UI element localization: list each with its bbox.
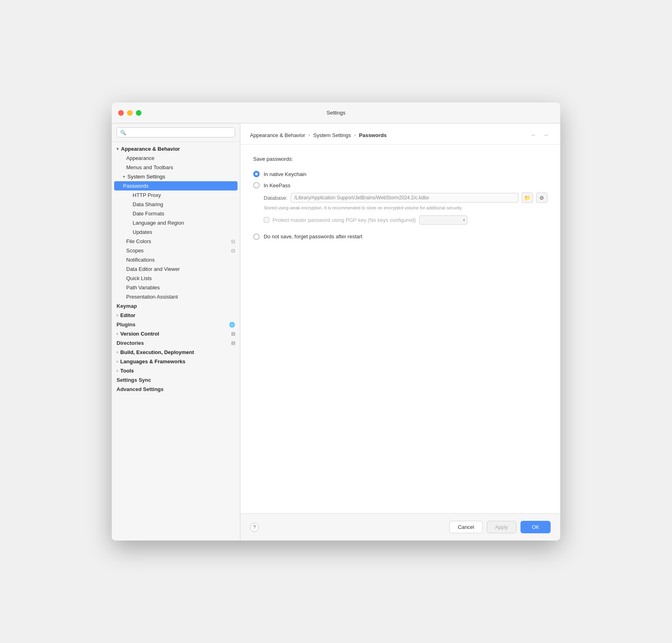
pgp-label: Protect master password using PGP key (N… <box>272 217 416 223</box>
sidebar-item-directories[interactable]: Directories ⊟ <box>112 338 240 348</box>
sidebar-item-editor[interactable]: › Editor <box>112 311 240 320</box>
sidebar-item-languages-frameworks[interactable]: › Languages & Frameworks <box>112 357 240 366</box>
radio-native-keychain[interactable] <box>253 171 260 177</box>
sidebar-nav: ▾ Appearance & Behavior Appearance Menus… <box>112 142 240 541</box>
sidebar-item-quick-lists[interactable]: Quick Lists <box>112 274 240 283</box>
sidebar-item-version-control[interactable]: › Version Control ⊟ <box>112 329 240 338</box>
breadcrumb-part-3: Passwords <box>359 132 387 138</box>
sidebar-item-menus-toolbars[interactable]: Menus and Toolbars <box>112 163 240 172</box>
sidebar-item-presentation-assistant[interactable]: Presentation Assistant <box>112 292 240 301</box>
sidebar-item-notifications[interactable]: Notifications <box>112 255 240 264</box>
sidebar-item-label: Language and Region <box>133 220 184 226</box>
sidebar-item-label: Path Variables <box>126 285 160 291</box>
footer-bar: ? Cancel Apply OK <box>240 513 560 541</box>
traffic-lights <box>118 110 141 116</box>
breadcrumb-sep-2: › <box>354 132 356 138</box>
sidebar-item-http-proxy[interactable]: HTTP Proxy <box>112 190 240 200</box>
radio-label-keepass: In KeePass <box>264 182 291 188</box>
folder-icon: 📁 <box>524 195 531 201</box>
radio-label-native-keychain: In native Keychain <box>264 171 306 177</box>
close-button[interactable] <box>118 110 124 116</box>
sidebar-item-updates[interactable]: Updates <box>112 227 240 237</box>
sidebar-item-keymap[interactable]: Keymap <box>112 301 240 311</box>
chevron-right-icon: › <box>117 359 118 364</box>
sidebar-item-appearance[interactable]: Appearance <box>112 154 240 163</box>
sidebar-item-label: Notifications <box>126 257 155 263</box>
chevron-right-icon: › <box>117 332 118 336</box>
chevron-right-icon: › <box>117 350 118 354</box>
db-path-input[interactable] <box>291 193 518 203</box>
radio-keepass[interactable] <box>253 182 260 188</box>
sidebar-item-label: Appearance & Behavior <box>121 146 180 152</box>
keepass-section: Database: 📁 ⚙ Stored using weak encrypti… <box>264 192 547 225</box>
settings-window: Settings 🔍 ▾ Appearance & Behavior Appea… <box>112 102 560 541</box>
directories-icon: ⊟ <box>231 340 235 346</box>
minimize-button[interactable] <box>127 110 133 116</box>
back-button[interactable]: ← <box>529 131 539 139</box>
sidebar-item-label: Directories <box>117 340 144 346</box>
password-options-group: In native Keychain In KeePass Database: <box>253 168 547 242</box>
breadcrumb: Appearance & Behavior › System Settings … <box>250 132 387 138</box>
save-passwords-label: Save passwords: <box>253 156 547 162</box>
sidebar-item-plugins[interactable]: Plugins 🌐 <box>112 320 240 329</box>
sidebar-item-path-variables[interactable]: Path Variables <box>112 283 240 292</box>
sidebar-item-label: HTTP Proxy <box>133 192 161 198</box>
sidebar-item-tools[interactable]: › Tools <box>112 366 240 375</box>
help-button[interactable]: ? <box>250 523 259 532</box>
radio-label-do-not-save: Do not save, forget passwords after rest… <box>264 233 363 240</box>
pgp-select[interactable] <box>419 215 467 225</box>
sidebar-item-appearance-behavior[interactable]: ▾ Appearance & Behavior <box>112 144 240 154</box>
sidebar: 🔍 ▾ Appearance & Behavior Appearance Men… <box>112 123 240 541</box>
sidebar-item-label: Plugins <box>117 322 135 328</box>
sidebar-item-label: Languages & Frameworks <box>120 358 185 365</box>
sidebar-item-label: Scopes <box>126 248 143 254</box>
apply-button[interactable]: Apply <box>487 521 517 533</box>
db-folder-button[interactable]: 📁 <box>522 192 533 203</box>
sidebar-item-data-sharing[interactable]: Data Sharing <box>112 200 240 209</box>
sidebar-item-date-formats[interactable]: Date Formats <box>112 209 240 218</box>
scopes-icon: ⊟ <box>231 248 235 254</box>
maximize-button[interactable] <box>136 110 141 116</box>
main-body: Save passwords: In native Keychain In Ke… <box>240 145 560 513</box>
radio-option-keepass[interactable]: In KeePass <box>253 180 547 191</box>
breadcrumb-part-1: Appearance & Behavior <box>250 132 305 138</box>
nav-arrows: ← → <box>529 131 551 139</box>
sidebar-item-label: Tools <box>120 368 134 374</box>
sidebar-item-label: Settings Sync <box>117 377 151 383</box>
sidebar-item-data-editor-viewer[interactable]: Data Editor and Viewer <box>112 264 240 274</box>
cancel-button[interactable]: Cancel <box>449 521 482 533</box>
sidebar-item-passwords[interactable]: Passwords <box>114 181 238 190</box>
sidebar-item-label: Menus and Toolbars <box>126 164 173 170</box>
sidebar-item-advanced-settings[interactable]: Advanced Settings <box>112 385 240 394</box>
radio-option-do-not-save[interactable]: Do not save, forget passwords after rest… <box>253 231 547 242</box>
sidebar-item-label: Editor <box>120 312 135 318</box>
search-wrap[interactable]: 🔍 <box>117 127 235 137</box>
pgp-select-wrap <box>419 215 467 225</box>
sidebar-item-label: File Colors <box>126 238 151 244</box>
radio-do-not-save[interactable] <box>253 233 260 240</box>
sidebar-item-language-region[interactable]: Language and Region <box>112 218 240 227</box>
db-gear-button[interactable]: ⚙ <box>536 192 547 203</box>
search-bar: 🔍 <box>112 123 240 142</box>
sidebar-item-settings-sync[interactable]: Settings Sync <box>112 375 240 385</box>
sidebar-item-label: Data Sharing <box>133 201 163 207</box>
sidebar-item-file-colors[interactable]: File Colors ⊟ <box>112 237 240 246</box>
main-panel: Appearance & Behavior › System Settings … <box>240 123 560 541</box>
sidebar-item-scopes[interactable]: Scopes ⊟ <box>112 246 240 255</box>
sidebar-item-label: Version Control <box>120 331 159 337</box>
sidebar-item-label: Advanced Settings <box>117 386 164 392</box>
plugins-translate-icon: 🌐 <box>229 322 235 328</box>
sidebar-item-label: Appearance <box>126 155 154 161</box>
search-input[interactable] <box>129 129 232 135</box>
sidebar-item-build-execution-deployment[interactable]: › Build, Execution, Deployment <box>112 348 240 357</box>
sidebar-item-system-settings[interactable]: ▾ System Settings <box>112 172 240 181</box>
sidebar-item-label: Data Editor and Viewer <box>126 266 180 272</box>
forward-button[interactable]: → <box>541 131 551 139</box>
pgp-checkbox[interactable] <box>264 217 269 223</box>
radio-option-native-keychain[interactable]: In native Keychain <box>253 168 547 180</box>
pgp-row: Protect master password using PGP key (N… <box>264 215 547 225</box>
titlebar: Settings <box>112 102 560 123</box>
sidebar-item-label: Date Formats <box>133 211 164 217</box>
ok-button[interactable]: OK <box>520 521 551 533</box>
file-colors-icon: ⊟ <box>231 239 235 244</box>
